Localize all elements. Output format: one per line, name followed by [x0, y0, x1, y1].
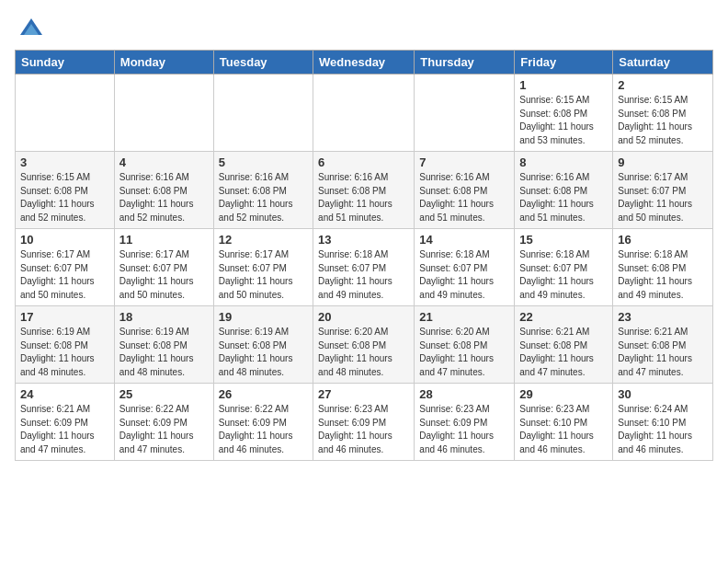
day-info: Sunrise: 6:20 AMSunset: 6:08 PMDaylight:… — [318, 326, 409, 379]
day-info: Sunrise: 6:18 AMSunset: 6:08 PMDaylight:… — [618, 248, 708, 302]
weekday-header-friday: Friday — [515, 51, 613, 75]
day-number: 22 — [519, 310, 608, 324]
calendar-cell: 30Sunrise: 6:24 AMSunset: 6:10 PMDayligh… — [613, 384, 713, 461]
day-info: Sunrise: 6:21 AMSunset: 6:08 PMDaylight:… — [618, 326, 708, 379]
calendar-cell: 2Sunrise: 6:15 AMSunset: 6:08 PMDaylight… — [613, 75, 713, 152]
calendar-week-1: 1Sunrise: 6:15 AMSunset: 6:08 PMDaylight… — [16, 75, 713, 152]
day-info: Sunrise: 6:16 AMSunset: 6:08 PMDaylight:… — [318, 171, 409, 224]
calendar-cell: 12Sunrise: 6:17 AMSunset: 6:07 PMDayligh… — [213, 229, 313, 306]
calendar-cell: 28Sunrise: 6:23 AMSunset: 6:09 PMDayligh… — [415, 384, 515, 461]
day-number: 1 — [519, 78, 608, 92]
day-info: Sunrise: 6:16 AMSunset: 6:08 PMDaylight:… — [419, 171, 509, 224]
day-info: Sunrise: 6:16 AMSunset: 6:08 PMDaylight:… — [519, 171, 608, 224]
day-info: Sunrise: 6:22 AMSunset: 6:09 PMDaylight:… — [219, 403, 308, 456]
calendar-week-3: 10Sunrise: 6:17 AMSunset: 6:07 PMDayligh… — [16, 229, 713, 306]
day-info: Sunrise: 6:18 AMSunset: 6:07 PMDaylight:… — [419, 248, 509, 302]
day-info: Sunrise: 6:19 AMSunset: 6:08 PMDaylight:… — [219, 326, 308, 379]
calendar-cell: 17Sunrise: 6:19 AMSunset: 6:08 PMDayligh… — [16, 306, 115, 384]
day-number: 14 — [419, 233, 509, 247]
calendar-cell: 3Sunrise: 6:15 AMSunset: 6:08 PMDaylight… — [16, 152, 115, 229]
calendar-header-row: SundayMondayTuesdayWednesdayThursdayFrid… — [16, 51, 713, 75]
calendar-cell: 20Sunrise: 6:20 AMSunset: 6:08 PMDayligh… — [313, 306, 415, 384]
calendar-cell: 1Sunrise: 6:15 AMSunset: 6:08 PMDaylight… — [515, 75, 613, 152]
day-number: 29 — [519, 387, 608, 401]
day-number: 3 — [20, 155, 109, 169]
calendar-cell: 15Sunrise: 6:18 AMSunset: 6:07 PMDayligh… — [515, 229, 613, 306]
day-info: Sunrise: 6:16 AMSunset: 6:08 PMDaylight:… — [119, 171, 209, 224]
day-info: Sunrise: 6:19 AMSunset: 6:08 PMDaylight:… — [20, 326, 109, 379]
day-info: Sunrise: 6:17 AMSunset: 6:07 PMDaylight:… — [20, 248, 109, 302]
logo-icon — [18, 15, 44, 40]
calendar-cell: 29Sunrise: 6:23 AMSunset: 6:10 PMDayligh… — [515, 384, 613, 461]
day-info: Sunrise: 6:16 AMSunset: 6:08 PMDaylight:… — [219, 171, 308, 224]
day-info: Sunrise: 6:18 AMSunset: 6:07 PMDaylight:… — [318, 248, 409, 302]
calendar-cell: 23Sunrise: 6:21 AMSunset: 6:08 PMDayligh… — [613, 306, 713, 384]
day-number: 9 — [618, 155, 708, 169]
day-info: Sunrise: 6:15 AMSunset: 6:08 PMDaylight:… — [618, 94, 708, 147]
day-number: 13 — [318, 233, 409, 247]
day-info: Sunrise: 6:23 AMSunset: 6:09 PMDaylight:… — [318, 403, 409, 456]
day-info: Sunrise: 6:17 AMSunset: 6:07 PMDaylight:… — [119, 248, 209, 302]
day-number: 23 — [618, 310, 708, 324]
weekday-header-saturday: Saturday — [613, 51, 713, 75]
day-number: 28 — [419, 387, 509, 401]
weekday-header-tuesday: Tuesday — [213, 51, 313, 75]
calendar-cell — [114, 75, 213, 152]
calendar-cell: 11Sunrise: 6:17 AMSunset: 6:07 PMDayligh… — [114, 229, 213, 306]
calendar-cell — [313, 75, 415, 152]
day-number: 25 — [119, 387, 209, 401]
calendar-cell: 22Sunrise: 6:21 AMSunset: 6:08 PMDayligh… — [515, 306, 613, 384]
calendar-cell: 10Sunrise: 6:17 AMSunset: 6:07 PMDayligh… — [16, 229, 115, 306]
day-number: 10 — [20, 233, 109, 247]
calendar-cell: 21Sunrise: 6:20 AMSunset: 6:08 PMDayligh… — [415, 306, 515, 384]
day-info: Sunrise: 6:23 AMSunset: 6:10 PMDaylight:… — [519, 403, 608, 456]
calendar-cell: 7Sunrise: 6:16 AMSunset: 6:08 PMDaylight… — [415, 152, 515, 229]
calendar-cell: 27Sunrise: 6:23 AMSunset: 6:09 PMDayligh… — [313, 384, 415, 461]
calendar-cell — [415, 75, 515, 152]
day-number: 19 — [219, 310, 308, 324]
calendar-cell: 5Sunrise: 6:16 AMSunset: 6:08 PMDaylight… — [213, 152, 313, 229]
weekday-header-wednesday: Wednesday — [313, 51, 415, 75]
day-info: Sunrise: 6:21 AMSunset: 6:09 PMDaylight:… — [20, 403, 109, 456]
day-info: Sunrise: 6:23 AMSunset: 6:09 PMDaylight:… — [419, 403, 509, 456]
day-info: Sunrise: 6:15 AMSunset: 6:08 PMDaylight:… — [519, 94, 608, 147]
weekday-header-thursday: Thursday — [415, 51, 515, 75]
page: SundayMondayTuesdayWednesdayThursdayFrid… — [0, 0, 728, 476]
day-number: 12 — [219, 233, 308, 247]
day-number: 4 — [119, 155, 209, 169]
day-number: 15 — [519, 233, 608, 247]
calendar-cell: 8Sunrise: 6:16 AMSunset: 6:08 PMDaylight… — [515, 152, 613, 229]
day-info: Sunrise: 6:21 AMSunset: 6:08 PMDaylight:… — [519, 326, 608, 379]
calendar-cell: 19Sunrise: 6:19 AMSunset: 6:08 PMDayligh… — [213, 306, 313, 384]
day-number: 27 — [318, 387, 409, 401]
day-number: 21 — [419, 310, 509, 324]
day-number: 16 — [618, 233, 708, 247]
day-number: 8 — [519, 155, 608, 169]
calendar-week-4: 17Sunrise: 6:19 AMSunset: 6:08 PMDayligh… — [16, 306, 713, 384]
day-info: Sunrise: 6:15 AMSunset: 6:08 PMDaylight:… — [20, 171, 109, 224]
calendar-cell: 9Sunrise: 6:17 AMSunset: 6:07 PMDaylight… — [613, 152, 713, 229]
day-info: Sunrise: 6:17 AMSunset: 6:07 PMDaylight:… — [618, 171, 708, 224]
calendar-week-2: 3Sunrise: 6:15 AMSunset: 6:08 PMDaylight… — [16, 152, 713, 229]
day-info: Sunrise: 6:18 AMSunset: 6:07 PMDaylight:… — [519, 248, 608, 302]
calendar-table: SundayMondayTuesdayWednesdayThursdayFrid… — [15, 50, 713, 461]
day-number: 6 — [318, 155, 409, 169]
day-number: 17 — [20, 310, 109, 324]
day-number: 18 — [119, 310, 209, 324]
day-info: Sunrise: 6:22 AMSunset: 6:09 PMDaylight:… — [119, 403, 209, 456]
day-number: 5 — [219, 155, 308, 169]
calendar-cell: 4Sunrise: 6:16 AMSunset: 6:08 PMDaylight… — [114, 152, 213, 229]
weekday-header-sunday: Sunday — [16, 51, 115, 75]
day-info: Sunrise: 6:24 AMSunset: 6:10 PMDaylight:… — [618, 403, 708, 456]
day-number: 2 — [618, 78, 708, 92]
day-number: 24 — [20, 387, 109, 401]
weekday-header-monday: Monday — [114, 51, 213, 75]
calendar-cell: 25Sunrise: 6:22 AMSunset: 6:09 PMDayligh… — [114, 384, 213, 461]
calendar-cell — [16, 75, 115, 152]
day-number: 20 — [318, 310, 409, 324]
day-info: Sunrise: 6:17 AMSunset: 6:07 PMDaylight:… — [219, 248, 308, 302]
calendar-cell: 13Sunrise: 6:18 AMSunset: 6:07 PMDayligh… — [313, 229, 415, 306]
day-number: 11 — [119, 233, 209, 247]
calendar-cell: 24Sunrise: 6:21 AMSunset: 6:09 PMDayligh… — [16, 384, 115, 461]
calendar-cell: 26Sunrise: 6:22 AMSunset: 6:09 PMDayligh… — [213, 384, 313, 461]
